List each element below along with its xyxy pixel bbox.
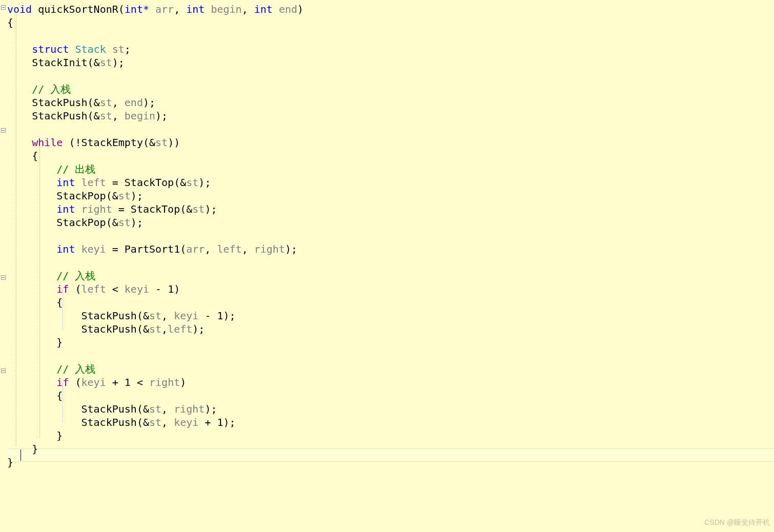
var-left: left: [82, 176, 106, 189]
punct: (: [75, 376, 81, 388]
var-keyi: keyi: [82, 243, 106, 255]
var-st: st: [186, 176, 198, 189]
punct: (: [106, 216, 112, 229]
fold-icon[interactable]: [1, 369, 6, 373]
var-st: st: [192, 203, 205, 215]
punct: (: [88, 56, 94, 69]
punct: ,: [242, 3, 248, 15]
fold-icon[interactable]: [1, 275, 6, 280]
punct: (: [88, 96, 94, 109]
var-st: st: [118, 190, 131, 202]
punct: ): [155, 110, 161, 122]
punct: &: [94, 56, 100, 69]
punct: =: [112, 243, 118, 255]
brace-open: {: [7, 16, 13, 29]
call-partsort1: PartSort1: [125, 243, 180, 255]
punct: ): [168, 136, 174, 149]
code-editor[interactable]: void quickSortNonR(int* arr, int begin, …: [7, 3, 303, 469]
brace-close: }: [32, 443, 38, 455]
var-st: st: [100, 56, 112, 69]
var-keyi: keyi: [82, 376, 106, 388]
punct: =: [112, 176, 118, 189]
arg-end: end: [125, 96, 143, 109]
keyword-int: int: [56, 243, 75, 255]
punct: (: [143, 136, 149, 149]
punct: &: [112, 190, 118, 202]
punct: &: [94, 96, 100, 109]
punct: (: [69, 136, 75, 149]
param-begin: begin: [211, 3, 241, 15]
keyword-int-ptr: int*: [125, 3, 149, 15]
punct: ;: [211, 403, 217, 415]
watermark: CSDN @睡觉待开机: [704, 516, 770, 529]
punct: ): [297, 3, 303, 15]
brace-open: {: [56, 296, 63, 309]
brace-close: }: [56, 336, 63, 349]
punct: &: [112, 216, 118, 229]
call-stackempty: StackEmpty: [82, 136, 143, 149]
var-st: st: [149, 310, 161, 322]
punct: <: [112, 283, 118, 295]
punct: (: [88, 110, 94, 122]
var-left: left: [168, 323, 192, 335]
var-keyi: keyi: [174, 310, 198, 322]
var-left: left: [82, 283, 106, 295]
fold-icon[interactable]: [1, 5, 6, 10]
fold-icon[interactable]: [1, 128, 6, 133]
var-keyi: keyi: [174, 416, 198, 428]
punct: ;: [198, 323, 205, 335]
call-stackpop: StackPop: [56, 190, 106, 202]
punct: ): [205, 403, 211, 415]
punct: ;: [230, 416, 236, 428]
type-stack: Stack: [75, 43, 106, 55]
brace-close: }: [56, 429, 63, 442]
keyword-int: int: [186, 3, 205, 15]
var-st: st: [100, 110, 112, 122]
keyword-struct: struct: [32, 43, 69, 55]
keyword-int: int: [254, 3, 273, 15]
punct: (: [75, 283, 81, 295]
punct: ): [223, 416, 230, 428]
call-stackpush: StackPush: [82, 323, 137, 335]
punct: !: [75, 136, 81, 149]
punct: ;: [291, 243, 297, 255]
punct: ): [205, 203, 211, 215]
brace-open: {: [32, 150, 38, 162]
punct: &: [143, 416, 149, 428]
punct: ,: [161, 323, 168, 335]
punct: ): [112, 56, 118, 69]
punct: (: [137, 323, 143, 335]
punct: =: [118, 203, 125, 215]
punct: <: [137, 376, 143, 388]
call-stackpop: StackPop: [56, 216, 106, 229]
punct: ,: [242, 243, 248, 255]
var-st: st: [118, 216, 131, 229]
punct: &: [149, 136, 155, 149]
punct: &: [143, 323, 149, 335]
punct: ): [174, 283, 180, 295]
punct: &: [180, 176, 186, 189]
keyword-while: while: [32, 136, 63, 149]
comment: // 出栈: [56, 163, 95, 175]
punct: ;: [230, 310, 236, 322]
arg-begin: begin: [125, 110, 155, 122]
punct: ): [198, 176, 205, 189]
gutter: [0, 0, 7, 532]
punct: ;: [118, 56, 125, 69]
var-st: st: [149, 416, 161, 428]
brace-open: {: [56, 390, 63, 402]
keyword-int: int: [56, 203, 75, 215]
call-stackpush: StackPush: [82, 403, 137, 415]
punct: &: [186, 203, 192, 215]
punct: (: [137, 416, 143, 428]
num-1: 1: [168, 283, 174, 295]
punct: (: [137, 310, 143, 322]
var-right: right: [82, 203, 112, 215]
num-1: 1: [125, 376, 131, 388]
var-st: st: [100, 96, 112, 109]
punct: (: [118, 3, 125, 15]
punct: ,: [161, 416, 168, 428]
punct: ,: [174, 3, 180, 15]
punct: ,: [112, 110, 118, 122]
punct: -: [155, 283, 161, 295]
